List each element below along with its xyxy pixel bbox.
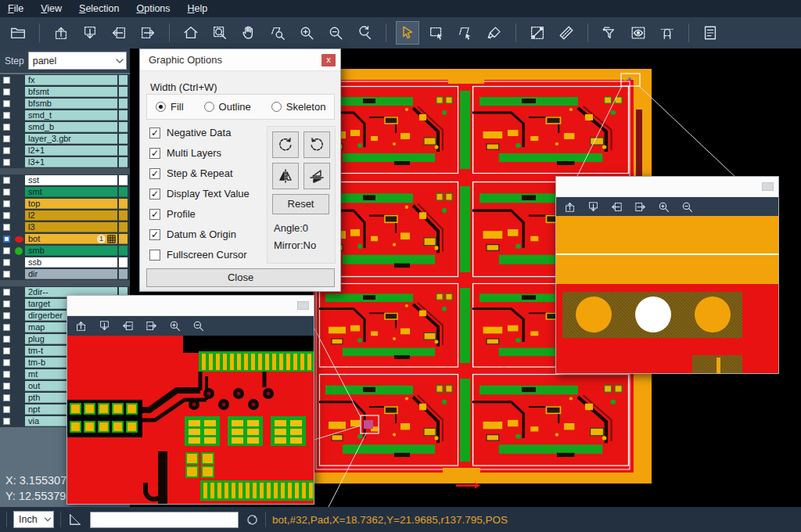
layer-row-fx[interactable]: fx	[0, 74, 130, 86]
layer-visibility-checkbox[interactable]	[3, 418, 10, 425]
popup-button[interactable]	[762, 182, 774, 191]
zoom-out-icon[interactable]	[681, 200, 694, 214]
layer-visibility-checkbox[interactable]	[3, 312, 10, 319]
layer-row-layer_3[interactable]: layer_3.gbr	[0, 133, 130, 145]
dialog-close-button[interactable]: x	[321, 54, 336, 66]
filter-button[interactable]	[598, 21, 621, 45]
layer-visibility-checkbox[interactable]	[3, 88, 10, 95]
layer-visibility-checkbox[interactable]	[3, 224, 10, 231]
zoom-in-icon[interactable]	[657, 200, 670, 214]
magnified-pcb-view[interactable]	[556, 216, 778, 373]
home-extents-button[interactable]	[179, 21, 203, 45]
radio-outline[interactable]: Outline	[204, 101, 251, 113]
layer-row-bot[interactable]: bot 1	[0, 233, 130, 245]
layer-visibility-checkbox[interactable]	[3, 135, 10, 142]
pan-right-button[interactable]	[136, 21, 160, 45]
menu-file[interactable]: File	[8, 3, 23, 14]
layer-visibility-checkbox[interactable]	[3, 300, 10, 307]
pan-right-icon[interactable]	[145, 319, 158, 332]
view-options-button[interactable]	[627, 21, 650, 45]
checkbox-fullscreen-cursor[interactable]: Fullscreen Cursor	[149, 249, 247, 261]
layer-visibility-checkbox[interactable]	[3, 289, 10, 296]
zoom-out-button[interactable]	[324, 21, 347, 45]
layer-visibility-checkbox[interactable]	[3, 336, 10, 343]
layer-visibility-checkbox[interactable]	[3, 394, 10, 401]
menu-options[interactable]: Options	[136, 3, 170, 14]
command-input[interactable]	[90, 512, 239, 528]
layer-row-bfsmt[interactable]: bfsmt	[0, 86, 130, 98]
layer-visibility-checkbox[interactable]	[3, 383, 10, 390]
refresh-icon[interactable]	[246, 513, 259, 527]
angle-mode-icon[interactable]	[67, 512, 82, 527]
layer-visibility-checkbox[interactable]	[3, 189, 10, 196]
menu-help[interactable]: Help	[188, 3, 208, 14]
magnified-pcb-view[interactable]	[67, 336, 314, 504]
layer-visibility-checkbox[interactable]	[3, 324, 10, 331]
checkbox-step-repeat[interactable]: Step & Repeat	[149, 167, 233, 179]
snap-button[interactable]	[656, 21, 679, 45]
open-folder-button[interactable]	[6, 21, 30, 45]
checkbox-display-text-value[interactable]: Display Text Value	[149, 188, 250, 200]
pan-up-icon[interactable]	[563, 200, 577, 214]
layer-visibility-checkbox[interactable]	[3, 177, 10, 184]
layer-visibility-checkbox[interactable]	[3, 371, 10, 378]
unit-dropdown[interactable]: Inch	[13, 511, 54, 528]
close-button[interactable]: Close	[146, 268, 335, 287]
layer-visibility-checkbox[interactable]	[3, 406, 10, 413]
layer-row-l3plus1[interactable]: l3+1	[0, 156, 130, 168]
measure-button[interactable]	[526, 21, 549, 45]
layer-row-bfsmb[interactable]: bfsmb	[0, 98, 130, 110]
layer-visibility-checkbox[interactable]	[3, 200, 10, 207]
brush-button[interactable]	[483, 21, 506, 45]
layer-visibility-checkbox[interactable]	[3, 112, 10, 119]
layer-visibility-checkbox[interactable]	[3, 235, 10, 243]
pan-left-icon[interactable]	[121, 319, 135, 332]
menu-view[interactable]: View	[41, 3, 62, 14]
menu-selection[interactable]: Selection	[79, 3, 119, 14]
select-window-button[interactable]	[425, 21, 448, 45]
layer-row-ssb[interactable]: ssb	[0, 257, 130, 268]
layer-visibility-checkbox[interactable]	[3, 100, 10, 107]
pan-up-button[interactable]	[49, 21, 73, 45]
select-cursor-button[interactable]	[396, 21, 419, 45]
popup-button[interactable]	[297, 301, 309, 310]
reset-button[interactable]: Reset	[272, 194, 329, 214]
layer-visibility-checkbox[interactable]	[3, 77, 10, 84]
pan-down-button[interactable]	[78, 21, 102, 45]
rotate-ccw-button[interactable]	[304, 131, 330, 158]
layer-row-smb[interactable]: smb	[0, 245, 130, 257]
layer-row-sst[interactable]: sst	[0, 174, 130, 186]
layer-row-smt[interactable]: smt	[0, 186, 130, 198]
layer-row-l2[interactable]: l2	[0, 210, 130, 221]
select-polygon-button[interactable]	[454, 21, 477, 45]
zoom-polygon-button[interactable]	[266, 21, 289, 45]
pan-left-button[interactable]	[107, 21, 131, 45]
rotate-cw-button[interactable]	[272, 131, 299, 158]
layer-visibility-checkbox[interactable]	[3, 271, 10, 278]
layer-row-top[interactable]: top	[0, 198, 130, 210]
checkbox-datum-origin[interactable]: Datum & Origin	[149, 228, 236, 240]
radio-fill[interactable]: Fill	[156, 101, 184, 113]
pan-hand-button[interactable]	[237, 21, 260, 45]
radio-skeleton[interactable]: Skeleton	[271, 101, 326, 113]
pan-left-icon[interactable]	[610, 200, 623, 214]
ruler-button[interactable]	[555, 21, 578, 45]
pan-down-icon[interactable]	[587, 200, 600, 214]
layer-row-l2plus1[interactable]: l2+1	[0, 145, 130, 156]
step-dropdown[interactable]: panel	[28, 52, 127, 70]
layer-row-l3[interactable]: l3	[0, 221, 130, 233]
layer-row-smd_t[interactable]: smd_t	[0, 110, 130, 121]
layer-visibility-checkbox[interactable]	[3, 159, 10, 166]
checkbox-multi-layers[interactable]: Multi Layers	[149, 147, 221, 159]
zoom-in-button[interactable]	[295, 21, 318, 45]
report-button[interactable]	[699, 21, 722, 45]
checkbox-negative-data[interactable]: Negative Data	[149, 127, 231, 138]
pan-up-icon[interactable]	[74, 319, 88, 332]
layer-visibility-checkbox[interactable]	[3, 259, 10, 266]
layer-visibility-checkbox[interactable]	[3, 147, 10, 154]
zoom-previous-button[interactable]	[353, 21, 376, 45]
layer-visibility-checkbox[interactable]	[3, 247, 10, 254]
mirror-horizontal-button[interactable]	[304, 163, 330, 189]
magnifier-titlebar[interactable]	[67, 296, 314, 316]
layer-visibility-checkbox[interactable]	[3, 124, 10, 131]
